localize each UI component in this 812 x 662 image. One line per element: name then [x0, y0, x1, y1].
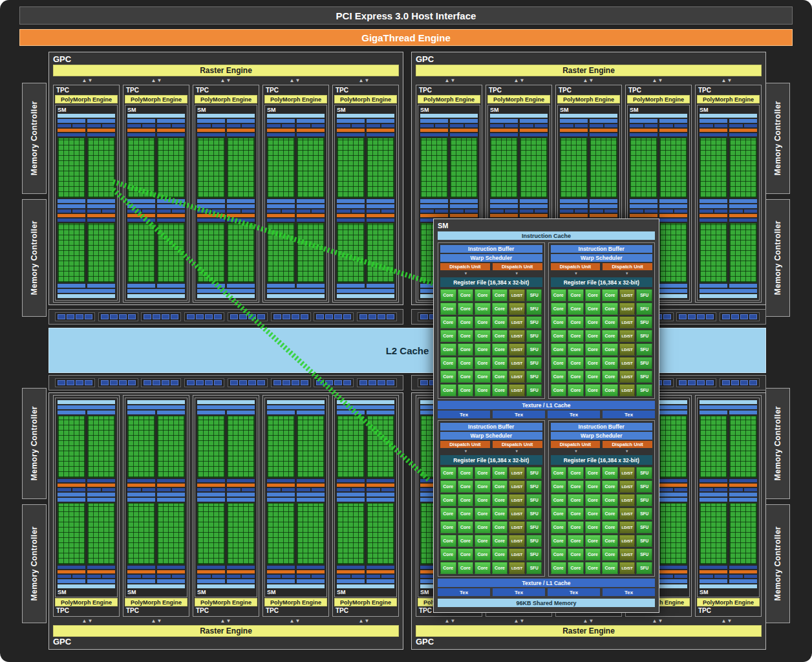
sm-mini-stack: [58, 400, 115, 589]
core-grid-mini: [367, 503, 394, 565]
texture-mini-bar: [367, 284, 394, 288]
dispatch-mini-bar: [659, 214, 687, 217]
rop-group: [55, 312, 95, 321]
sm-label: SM: [490, 107, 548, 113]
rop-unit: [378, 380, 385, 385]
core-cell: Core: [602, 507, 618, 520]
ldst-cell: LD/ST: [619, 384, 636, 396]
raster-engine-bar: Raster Engine: [416, 625, 762, 637]
rop-unit: [273, 314, 281, 319]
core-cell: Core: [440, 303, 456, 315]
rop-unit: [110, 314, 118, 319]
sm-mini-stack: [267, 113, 325, 299]
core-cell: Core: [475, 316, 491, 328]
texture-mini-bar: [659, 284, 687, 288]
ldst-cell: LD/ST: [509, 289, 525, 301]
texture-mini-bar: [450, 199, 478, 203]
sfu-cell: SFU: [526, 343, 542, 356]
core-cell: Core: [440, 507, 456, 520]
core-cell: Core: [492, 562, 508, 574]
core-cell: Core: [475, 384, 491, 396]
core-grid-mini: [590, 138, 617, 198]
rop-group: [98, 312, 138, 321]
rop-group: [314, 378, 354, 387]
core-row: CoreCoreCoreCoreLD/STSFU: [551, 494, 653, 506]
dispatch-mini-bar: [157, 129, 185, 132]
tex-unit: Tex: [548, 588, 600, 596]
gpc-label: GPC: [53, 54, 399, 65]
core-cell: Core: [492, 343, 508, 356]
register-file-mini: [127, 479, 155, 482]
updown-arrows-icon: ▲▼: [359, 76, 370, 85]
warp-scheduler-bar: Warp Scheduler: [551, 432, 653, 440]
rop-unit: [706, 380, 714, 385]
instruction-buffer-mini: [157, 493, 185, 496]
core-grid-mini: [87, 223, 115, 283]
core-cell: Core: [458, 507, 474, 520]
core-grid-mini: [520, 138, 548, 198]
dispatch-mini-bar: [560, 129, 588, 132]
texture-mini-bar: [127, 199, 155, 203]
texture-mini-bar: [659, 411, 687, 414]
texture-l1-mini: [267, 405, 325, 409]
core-cell: Core: [602, 316, 618, 328]
register-file-mini: [58, 219, 85, 222]
core-grid-mini: [367, 138, 394, 198]
register-file-mini: [197, 219, 225, 222]
dispatch-mini: [729, 209, 757, 213]
polymorph-engine-bar: PolyMorph Engine: [334, 598, 397, 606]
core-cell: Core: [475, 494, 491, 506]
instruction-buffer-mini: [58, 579, 85, 583]
raster-engine-bar: Raster Engine: [53, 65, 399, 76]
sfu-cell: SFU: [636, 343, 652, 356]
dispatch-mini-bar: [297, 570, 325, 573]
dispatch-unit-bar: Dispatch Unit: [551, 263, 601, 270]
register-file-mini: [87, 479, 115, 482]
arrows-row: ▲▼▲▼▲▼▲▼▲▼: [416, 76, 762, 85]
rop-unit: [697, 314, 705, 319]
rop-unit: [369, 380, 376, 385]
down-arrow-icon: ▼: [574, 272, 578, 276]
tex-units-row: TexTexTexTex: [438, 411, 655, 418]
dispatch-mini: [630, 124, 657, 127]
texture-mini-bar: [58, 498, 85, 502]
memory-controller-label: Memory Controller: [773, 101, 782, 175]
instruction-buffer-mini: [560, 119, 588, 123]
dispatch-mini: [337, 209, 365, 213]
rop-group: [141, 312, 181, 321]
polymorph-engine-bar: PolyMorph Engine: [125, 95, 187, 103]
register-file-mini: [197, 479, 225, 482]
core-cell: Core: [551, 370, 567, 383]
texture-l1-cache-bar: Texture / L1 Cache: [438, 401, 655, 409]
core-cell: Core: [475, 330, 491, 342]
instruction-buffer-mini: [367, 119, 394, 123]
instruction-buffer-mini: [297, 119, 325, 123]
sm-block: SM: [55, 105, 118, 301]
core-grid-mini: [58, 138, 85, 198]
dispatch-mini: [700, 124, 727, 127]
texture-l1-mini: [127, 405, 185, 409]
register-file-mini: [337, 479, 365, 482]
core-cell: Core: [458, 480, 474, 493]
instruction-buffer-mini: [420, 204, 448, 208]
instruction-buffer-mini: [127, 579, 155, 583]
dispatch-mini: [58, 209, 85, 213]
dispatch-mini: [729, 124, 757, 127]
instruction-cache-bar: Instruction Cache: [438, 231, 655, 240]
down-arrow-icon: ▼: [464, 272, 467, 276]
dispatch-mini: [87, 124, 115, 127]
down-arrow-icon: ▼: [515, 449, 518, 454]
core-cell: Core: [602, 467, 618, 479]
core-cell: Core: [458, 494, 474, 506]
sm-label: SM: [267, 589, 325, 595]
sm-label: SM: [337, 107, 394, 113]
texture-mini-bar: [127, 411, 155, 414]
rop-unit: [205, 380, 213, 385]
core-grid-mini: [700, 138, 727, 198]
updown-arrows-icon: ▲▼: [445, 76, 456, 85]
core-cell: Core: [440, 521, 456, 533]
register-file-mini: [127, 566, 155, 569]
rop-group: [55, 378, 95, 387]
rop-unit: [76, 314, 83, 319]
core-cell: Core: [475, 303, 491, 315]
